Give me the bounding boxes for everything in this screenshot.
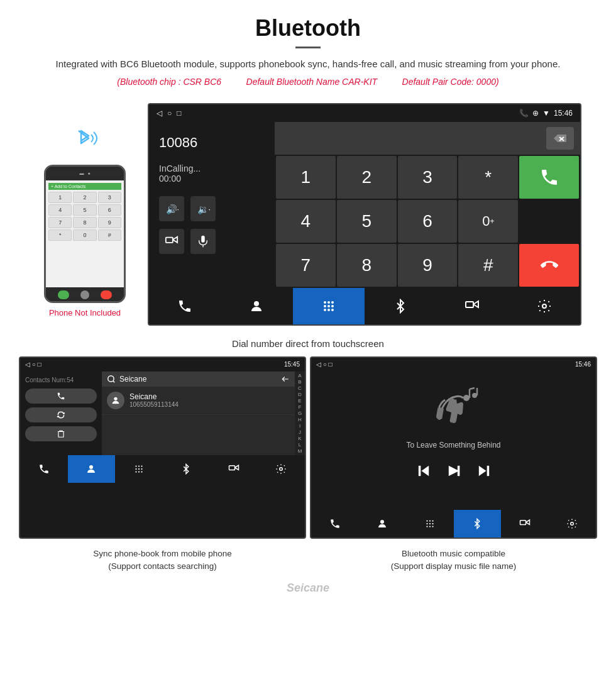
key-6[interactable]: 6	[398, 200, 458, 243]
key-2[interactable]: 2	[337, 156, 397, 199]
dialer-timer: 00:00	[159, 174, 265, 184]
svg-point-9	[324, 301, 326, 304]
svg-point-51	[432, 520, 433, 521]
svg-point-27	[138, 465, 140, 466]
svg-point-49	[426, 520, 427, 521]
play-pause-btn[interactable]	[445, 462, 463, 483]
call-button[interactable]	[519, 156, 579, 199]
dialer-content: 10086 InCalling... 00:00 🔊+ 🔉-	[149, 122, 580, 288]
nav-dialpad-active[interactable]	[293, 288, 365, 324]
music-nav-transfer[interactable]	[501, 510, 549, 538]
phone-end-btn	[101, 290, 112, 299]
next-btn[interactable]	[475, 462, 493, 483]
contacts-caption-text: Sync phone-book from mobile phone(Suppor…	[93, 549, 232, 571]
music-nav-contacts[interactable]	[359, 510, 407, 538]
svg-marker-42	[421, 465, 429, 475]
mic-btn[interactable]	[190, 229, 216, 254]
music-body: To Leave Something Behind	[311, 372, 596, 510]
contact-item-seicane[interactable]: Seicane 10655059113144	[102, 387, 295, 415]
phone-key-5: 5	[73, 204, 96, 216]
svg-point-12	[324, 305, 326, 307]
small-nav-dialpad[interactable]	[115, 455, 163, 483]
nav-bluetooth[interactable]	[365, 288, 436, 324]
music-nav-bluetooth-active[interactable]	[454, 510, 502, 538]
svg-point-31	[141, 468, 142, 469]
music-caption-text: Bluetooth music compatible(Support displ…	[391, 549, 517, 571]
svg-point-36	[280, 467, 283, 470]
svg-point-28	[141, 465, 142, 466]
key-star[interactable]: *	[458, 156, 518, 199]
small-nav-settings[interactable]	[258, 455, 305, 483]
nav-phone[interactable]	[149, 288, 221, 324]
svg-point-24	[114, 397, 117, 400]
nav-transfer[interactable]	[436, 288, 508, 324]
status-time: 15:46	[554, 109, 573, 118]
contacts-status-right: 15:45	[284, 361, 300, 368]
phone-key-0: 0	[73, 229, 96, 241]
svg-point-55	[426, 526, 427, 527]
spec-name: Default Bluetooth Name CAR-KIT	[246, 77, 378, 87]
call-action-btn[interactable]	[25, 389, 97, 404]
svg-point-30	[138, 468, 140, 469]
transfer-btn[interactable]	[159, 229, 184, 254]
small-nav-bluetooth[interactable]	[163, 455, 211, 483]
svg-point-29	[135, 468, 136, 469]
phone-screen: + Add to Contacts 1 2 3 4 5 6 7 8 9 * 0 …	[46, 180, 124, 287]
svg-rect-58	[520, 520, 525, 524]
key-9[interactable]: 9	[398, 244, 458, 287]
key-3[interactable]: 3	[398, 156, 458, 199]
music-nav-phone[interactable]	[311, 510, 359, 538]
phone-key-3: 3	[98, 192, 121, 203]
svg-point-50	[429, 520, 431, 521]
vol-down-btn[interactable]: 🔉-	[190, 196, 216, 221]
svg-point-57	[432, 526, 433, 527]
key-8[interactable]: 8	[337, 244, 397, 287]
svg-rect-43	[418, 465, 421, 475]
svg-marker-46	[478, 465, 486, 475]
recents-icon: □	[177, 109, 181, 118]
back-icon: ◁	[157, 109, 162, 118]
prev-btn[interactable]	[415, 462, 432, 483]
svg-point-8	[254, 301, 259, 306]
key-hash[interactable]: #	[458, 244, 518, 287]
music-nav-dialpad[interactable]	[406, 510, 454, 538]
delete-action-btn[interactable]	[25, 426, 97, 441]
vol-up-btn[interactable]: 🔊+	[159, 196, 184, 221]
small-nav-phone[interactable]	[20, 455, 68, 483]
music-icon	[429, 384, 479, 434]
bottom-screenshots: ◁ ○ □ 15:45 Contacts Num:54	[0, 351, 616, 544]
header-description: Integrated with BC6 Bluetooth module, su…	[38, 57, 578, 72]
key-0plus[interactable]: 0+	[458, 200, 518, 243]
phone-key-8: 8	[73, 217, 96, 228]
music-caption: Bluetooth music compatible(Support displ…	[310, 548, 597, 573]
recents-icon-sm: □	[38, 361, 41, 368]
numpad: 1 2 3 * 4 5 6 0+ 7 8 9 #	[275, 155, 580, 288]
end-call-btn[interactable]	[519, 244, 579, 287]
music-status-left: ◁ ○ □	[316, 361, 333, 368]
nav-contacts[interactable]	[221, 288, 292, 324]
svg-point-21	[108, 375, 114, 381]
sync-action-btn[interactable]	[25, 407, 97, 422]
key-5[interactable]: 5	[337, 200, 397, 243]
contacts-time: 15:45	[284, 361, 300, 368]
svg-point-53	[429, 522, 431, 524]
phone-mockup: ▬ ● + Add to Contacts 1 2 3 4 5 6 7 8 9 …	[44, 165, 126, 303]
phone-key-2: 2	[73, 192, 96, 203]
spec-code: Default Pair Code: 0000)	[402, 77, 499, 87]
nav-settings[interactable]	[509, 288, 580, 324]
contacts-count: Contacts Num:54	[25, 377, 97, 383]
phone-key-4: 4	[48, 204, 72, 216]
backspace-btn[interactable]	[546, 127, 574, 150]
android-status-bar-large: ◁ ○ □ 📞 ⊕ ▼ 15:46	[149, 104, 580, 122]
small-nav-transfer[interactable]	[210, 455, 258, 483]
key-4[interactable]: 4	[276, 200, 336, 243]
key-1[interactable]: 1	[276, 156, 336, 199]
key-7[interactable]: 7	[276, 244, 336, 287]
music-nav-settings[interactable]	[549, 510, 597, 538]
phone-bottom-bar	[46, 287, 124, 302]
status-right: 📞 ⊕ ▼ 15:46	[519, 109, 573, 118]
music-status-bar: ◁ ○ □ 15:46	[311, 358, 596, 372]
music-bottom-nav	[311, 510, 596, 538]
svg-text:🔉-: 🔉-	[197, 203, 210, 214]
small-nav-contacts-active[interactable]	[68, 455, 116, 483]
